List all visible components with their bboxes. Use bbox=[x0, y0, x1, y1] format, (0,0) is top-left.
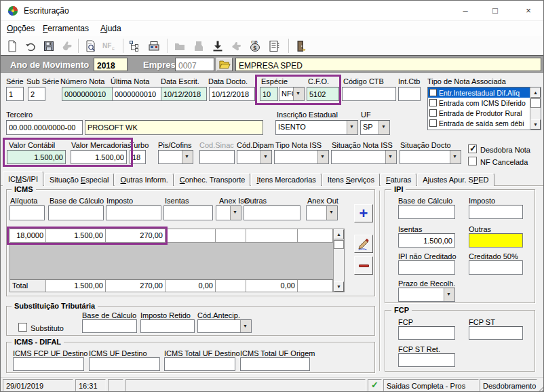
company-code-field[interactable] bbox=[175, 58, 214, 71]
grid-cell[interactable] bbox=[166, 229, 216, 243]
ipi-outras-field[interactable] bbox=[469, 233, 523, 248]
delete-row-button[interactable] bbox=[354, 256, 373, 275]
process-icon[interactable] bbox=[145, 37, 163, 54]
codigo-ctb-field[interactable] bbox=[342, 87, 396, 101]
open-company-button[interactable] bbox=[216, 58, 233, 71]
grid-cell[interactable] bbox=[298, 229, 333, 243]
valor-contabil-field[interactable] bbox=[7, 150, 66, 164]
aliquota-input[interactable] bbox=[9, 205, 45, 220]
cod-dipam-combo[interactable] bbox=[237, 150, 272, 164]
list-item[interactable]: Entrada de Produtor Rural bbox=[428, 108, 530, 118]
menu-ajuda[interactable]: Ajuda bbox=[98, 23, 124, 34]
scroll-down-icon[interactable]: ▼ bbox=[334, 281, 344, 292]
chevron-down-icon[interactable] bbox=[317, 151, 328, 163]
ipi-creditado50-field[interactable] bbox=[469, 260, 523, 275]
difal-total-uf-origem-field[interactable] bbox=[240, 357, 310, 371]
situacao-nota-iss-combo[interactable] bbox=[331, 150, 397, 164]
cfo-field[interactable] bbox=[307, 87, 339, 101]
ipi-imposto-field[interactable] bbox=[469, 205, 523, 219]
grid-cell[interactable]: 270,00 bbox=[106, 229, 166, 243]
scroll-down-icon[interactable]: ▼ bbox=[530, 119, 541, 130]
st-base-field[interactable] bbox=[82, 319, 137, 333]
data-docto-field[interactable] bbox=[209, 87, 255, 101]
minimize-button[interactable]: – bbox=[454, 3, 477, 18]
grid-cell[interactable]: 18,0000 bbox=[10, 229, 46, 243]
list-item[interactable]: Entr.Interestadual Dif.Alíq bbox=[428, 87, 530, 98]
difal-total-uf-destino-field[interactable] bbox=[164, 357, 235, 371]
fcp-st-ret-field[interactable] bbox=[398, 353, 455, 367]
chevron-down-icon[interactable] bbox=[326, 206, 337, 220]
checkbox-icon[interactable] bbox=[429, 99, 437, 106]
terceiro-nome-field[interactable] bbox=[85, 120, 263, 135]
checkbox-icon[interactable] bbox=[429, 89, 437, 96]
uf-combo[interactable]: SP bbox=[360, 120, 390, 135]
especie-code-field[interactable] bbox=[260, 87, 278, 101]
menu-ferramentas[interactable]: Ferramentas bbox=[40, 23, 92, 34]
chevron-down-icon[interactable] bbox=[385, 151, 396, 163]
scroll-thumb[interactable] bbox=[530, 98, 541, 108]
fcp-field[interactable] bbox=[398, 326, 455, 340]
chevron-down-icon[interactable] bbox=[378, 121, 389, 134]
tab-itens-mercadorias[interactable]: Itens Mercadorias bbox=[251, 173, 321, 186]
cib-coin-icon[interactable]: $CIB bbox=[246, 37, 264, 54]
serie-field[interactable] bbox=[6, 87, 24, 101]
list-scrollbar[interactable]: ▲ ▼ bbox=[530, 87, 541, 130]
tipo-nota-iss-combo[interactable] bbox=[274, 150, 329, 164]
exit-icon[interactable] bbox=[292, 37, 310, 54]
especie-combo[interactable]: NFC bbox=[279, 87, 305, 101]
nf-cancelada-checkbox[interactable] bbox=[468, 157, 477, 165]
difal-fcp-uf-destino-field[interactable] bbox=[13, 357, 84, 371]
import-icon[interactable] bbox=[209, 37, 227, 54]
grid-scrollbar[interactable]: ▲ ▼ bbox=[333, 229, 344, 292]
report-icon[interactable] bbox=[265, 37, 283, 54]
checkbox-icon[interactable] bbox=[429, 109, 437, 117]
tipo-nota-associada-list[interactable]: Entr.Interestadual Dif.Alíq Entrada com … bbox=[427, 87, 541, 130]
edit-row-button[interactable] bbox=[354, 235, 373, 253]
tab-icms-ipi[interactable]: ICMS/IPI bbox=[3, 171, 43, 186]
cod-sinac-field[interactable] bbox=[199, 150, 235, 164]
anex-ise-combo[interactable] bbox=[216, 205, 241, 220]
pis-cofins-combo[interactable] bbox=[158, 150, 193, 164]
chevron-down-icon[interactable] bbox=[450, 151, 461, 163]
fcp-st-field[interactable] bbox=[469, 326, 523, 340]
close-button[interactable]: × bbox=[517, 3, 540, 18]
situacao-docto-combo[interactable] bbox=[400, 150, 461, 164]
substituto-checkbox[interactable] bbox=[18, 323, 27, 332]
st-cod-antecip-combo[interactable] bbox=[197, 319, 252, 333]
ultima-nota-field[interactable] bbox=[112, 87, 164, 101]
tab-faturas[interactable]: Faturas bbox=[381, 173, 416, 186]
chevron-down-icon[interactable] bbox=[240, 320, 251, 332]
tab-ajustes-apur-sped[interactable]: Ajustes Apur. SPED bbox=[417, 173, 494, 186]
tree-view-icon[interactable] bbox=[126, 37, 144, 54]
ipi-base-field[interactable] bbox=[398, 205, 455, 219]
list-item[interactable]: Entrada de saída sem débi bbox=[428, 118, 530, 128]
save-icon[interactable] bbox=[40, 37, 58, 54]
ipi-nao-creditado-field[interactable] bbox=[398, 260, 455, 275]
inscricao-estadual-combo[interactable]: ISENTO bbox=[275, 120, 358, 135]
tab-conhec-transporte[interactable]: Conhec. Transporte bbox=[174, 173, 251, 186]
terceiro-cnpj-field[interactable] bbox=[6, 120, 83, 135]
valor-mercadorias-field[interactable] bbox=[71, 150, 127, 164]
tab-outras-inform[interactable]: Outras Inform. bbox=[115, 173, 173, 186]
grid-cell[interactable]: 1.500,00 bbox=[46, 229, 106, 243]
int-ctb-field[interactable] bbox=[398, 87, 421, 101]
icms-grid[interactable]: 18,0000 1.500,00 270,00 Total 1.500,00 2… bbox=[9, 229, 345, 292]
send-icon[interactable] bbox=[58, 37, 76, 54]
chevron-down-icon[interactable] bbox=[230, 206, 241, 220]
chevron-down-icon[interactable] bbox=[347, 121, 357, 134]
data-escrit-field[interactable] bbox=[161, 87, 207, 101]
imposto-input[interactable] bbox=[106, 205, 161, 220]
chevron-down-icon[interactable] bbox=[293, 87, 304, 100]
sub-serie-field[interactable] bbox=[28, 87, 45, 101]
year-field[interactable] bbox=[94, 58, 128, 71]
list-item[interactable]: Entrada com ICMS Diferido bbox=[428, 98, 530, 108]
scroll-thumb[interactable] bbox=[334, 240, 344, 249]
grid-cell[interactable] bbox=[216, 229, 246, 243]
grid-cell[interactable] bbox=[246, 229, 298, 243]
maximize-button[interactable]: □ bbox=[484, 3, 507, 18]
company-name-field[interactable] bbox=[235, 58, 541, 71]
new-document-icon[interactable] bbox=[3, 37, 21, 54]
ipi-prazo-combo[interactable] bbox=[398, 288, 455, 302]
chevron-down-icon[interactable] bbox=[444, 288, 454, 301]
chevron-down-icon[interactable] bbox=[260, 151, 271, 163]
